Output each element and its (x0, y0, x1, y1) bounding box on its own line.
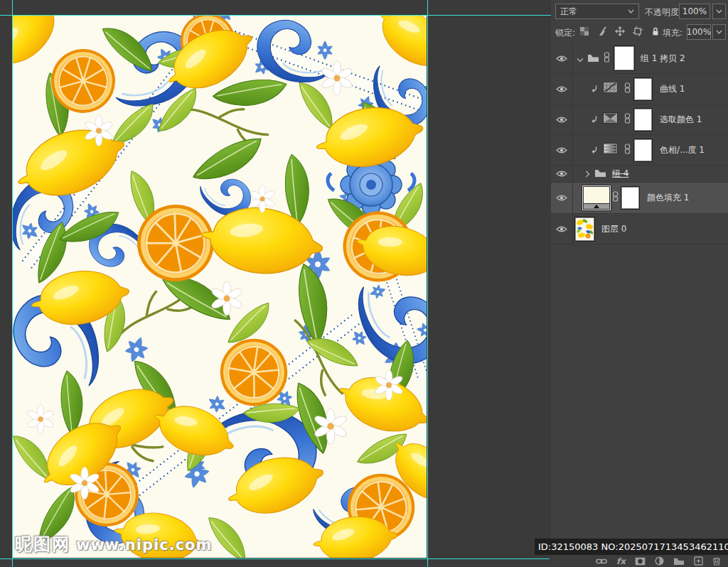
lock-image-pixels-icon[interactable] (596, 25, 609, 38)
layer-name[interactable]: 选取颜色 1 (660, 114, 702, 126)
blend-mode-value: 正常 (560, 6, 577, 18)
opacity-label: 不透明度: (645, 6, 682, 18)
clipping-mask-arrow-icon (590, 113, 598, 126)
fx-glyph: fx (616, 557, 626, 566)
fill-value: 100% (687, 27, 711, 37)
visibility-eye-icon[interactable] (551, 214, 573, 244)
guide-vertical-left[interactable] (12, 0, 13, 567)
adjustment-mask-thumbnail[interactable] (634, 78, 652, 100)
guide-horizontal-top[interactable] (0, 15, 551, 16)
lock-transparent-pixels-icon[interactable] (578, 25, 591, 38)
selective-color-adjustment-icon[interactable] (603, 112, 618, 126)
photoshop-window: 昵图网www.nipic.com 正常 不透明度: 100% 锁定: (0, 0, 728, 567)
layer-name[interactable]: 组 4 (612, 168, 628, 180)
delete-layer-icon[interactable] (712, 556, 721, 566)
layer-row-selective-color1[interactable]: 选取颜色 1 (551, 104, 728, 135)
fill-label: 填充: (663, 27, 682, 39)
new-adjustment-layer-icon[interactable] (655, 556, 664, 566)
lock-label: 锁定: (555, 27, 575, 39)
mask-link-icon[interactable] (624, 82, 631, 96)
fill-input[interactable]: 100% (687, 24, 711, 40)
status-text: ID:32150083 NO:20250717134534621100 (538, 541, 728, 552)
adjustment-mask-thumbnail[interactable] (634, 109, 652, 131)
layer-row-curves1[interactable]: 曲线 1 (551, 74, 728, 104)
mask-link-icon[interactable] (624, 144, 631, 157)
layer-row-group1-copy2[interactable]: 组 1 拷贝 2 (551, 43, 728, 74)
layer-row-hue-saturation1[interactable]: 色相/...度 1 (551, 135, 728, 166)
guide-vertical-right[interactable] (427, 0, 428, 567)
lock-buttons (578, 25, 662, 38)
collapse-chevron-icon[interactable] (585, 167, 590, 180)
opacity-input[interactable]: 100% (679, 4, 710, 19)
chevron-down-icon (628, 9, 634, 14)
watermark: 昵图网www.nipic.com (15, 533, 212, 556)
color-fill-thumbnail[interactable] (582, 185, 611, 210)
layer-name[interactable]: 图层 0 (601, 223, 626, 235)
visibility-eye-icon[interactable] (551, 135, 573, 165)
chevron-down-icon (716, 30, 722, 34)
watermark-url: www.nipic.com (76, 536, 212, 554)
color-fill-swatch (584, 187, 609, 203)
layers-panel-footer: fx (551, 555, 728, 567)
group-folder-icon (594, 167, 606, 180)
visibility-eye-icon[interactable] (551, 104, 573, 134)
group-folder-icon (587, 52, 599, 65)
opacity-value: 100% (682, 6, 707, 16)
layer-style-icon[interactable]: fx (616, 557, 626, 566)
layer-name[interactable]: 色相/...度 1 (660, 144, 705, 156)
layer-name[interactable]: 曲线 1 (660, 83, 685, 95)
visibility-eye-icon[interactable] (551, 43, 573, 73)
lock-artboard-icon[interactable] (631, 25, 644, 38)
layer-row-layer0[interactable]: 图层 0 (551, 214, 728, 244)
canvas[interactable]: 昵图网www.nipic.com (12, 16, 427, 558)
layer-row-group4[interactable]: 组 4 (551, 166, 728, 183)
fill-dropdown-button[interactable] (712, 24, 726, 40)
layer-list: 组 1 拷贝 2 曲线 1 (551, 43, 728, 244)
document-area[interactable]: 昵图网www.nipic.com (0, 0, 551, 567)
color-fill-slider (584, 204, 609, 209)
blend-mode-select[interactable]: 正常 (555, 4, 639, 19)
layers-panel: 正常 不透明度: 100% 锁定: (551, 0, 728, 567)
visibility-eye-icon[interactable] (551, 183, 573, 213)
chevron-down-icon (716, 9, 722, 14)
clipping-mask-arrow-icon (590, 144, 598, 157)
mask-link-icon[interactable] (624, 113, 631, 126)
curves-adjustment-icon[interactable] (603, 82, 618, 96)
image-layer-thumbnail[interactable] (575, 217, 594, 241)
add-layer-mask-icon[interactable] (635, 557, 646, 566)
hue-saturation-adjustment-icon[interactable] (603, 143, 618, 157)
mask-link-icon[interactable] (612, 191, 619, 205)
group-mask-thumbnail[interactable] (614, 46, 634, 70)
pattern-svg[interactable] (12, 16, 427, 558)
guide-horizontal-bottom[interactable] (0, 558, 550, 559)
link-layers-icon[interactable] (596, 558, 607, 565)
expand-chevron-icon[interactable] (577, 52, 584, 65)
layer-name[interactable]: 组 1 拷贝 2 (641, 53, 685, 65)
opacity-dropdown-button[interactable] (712, 4, 726, 19)
layer-row-color-fill1[interactable]: 颜色填充 1 (551, 183, 728, 214)
layer-name[interactable]: 颜色填充 1 (647, 192, 689, 204)
lock-all-icon[interactable] (649, 25, 662, 38)
status-bar: ID:32150083 NO:20250717134534621100 (535, 539, 728, 555)
lock-position-icon[interactable] (614, 25, 626, 38)
layer-mask-thumbnail[interactable] (621, 187, 639, 209)
adjustment-mask-thumbnail[interactable] (634, 139, 652, 161)
clipping-mask-arrow-icon (590, 82, 598, 96)
mask-link-icon[interactable] (604, 52, 610, 65)
visibility-eye-icon[interactable] (551, 166, 573, 182)
visibility-eye-icon[interactable] (551, 74, 573, 104)
new-group-icon[interactable] (673, 557, 685, 566)
new-layer-icon[interactable] (694, 556, 703, 566)
watermark-site-name: 昵图网 (15, 534, 70, 554)
